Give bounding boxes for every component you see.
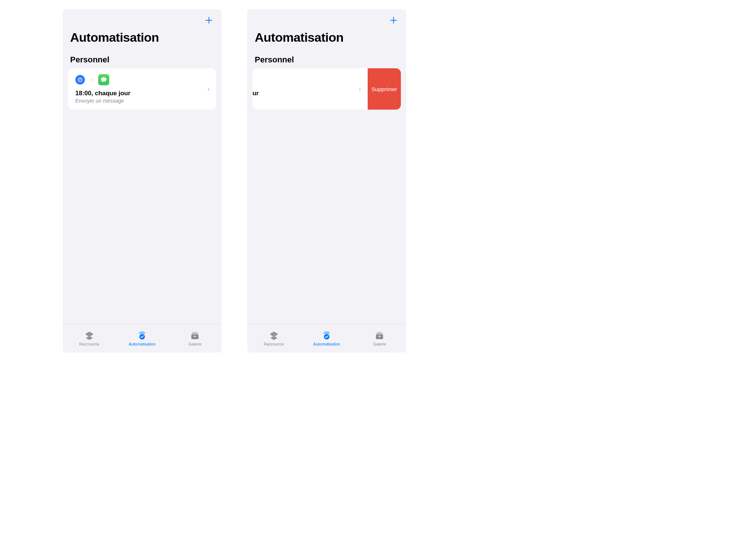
automation-icons: → — [75, 74, 204, 85]
section-header: Personnel — [247, 55, 406, 65]
tab-gallery[interactable]: Galerie — [353, 324, 406, 353]
clock-icon — [75, 75, 85, 85]
section-header: Personnel — [63, 55, 221, 65]
arrow-right-icon: → — [89, 76, 94, 83]
svg-rect-6 — [193, 332, 197, 333]
tab-shortcuts[interactable]: Raccourcis — [247, 324, 300, 353]
top-bar — [247, 9, 406, 27]
add-icon[interactable] — [389, 16, 398, 27]
automation-row[interactable]: → 18:00, chaque jour Envoyer un message … — [68, 68, 216, 110]
svg-rect-3 — [140, 331, 144, 332]
page-title: Automatisation — [70, 30, 214, 45]
tab-label: Galerie — [189, 342, 202, 346]
chevron-right-icon: › — [207, 85, 210, 93]
tab-automation[interactable]: Automatisation — [300, 324, 353, 353]
tab-label: Galerie — [373, 342, 386, 346]
delete-label: Supprimer — [371, 86, 397, 92]
page-title: Automatisation — [255, 30, 399, 45]
tab-bar: Raccourcis Automatisation Galerie — [247, 324, 406, 353]
tab-shortcuts[interactable]: Raccourcis — [63, 324, 116, 353]
automation-title: 18:00, chaque jour — [75, 90, 204, 97]
tab-label: Raccourcis — [79, 342, 99, 346]
automation-title: haque jour — [252, 90, 355, 97]
phone-screen-normal: Automatisation Personnel → 18:00, chaque… — [63, 9, 221, 353]
tab-label: Automatisation — [313, 342, 340, 346]
automation-row-swiped[interactable]: haque jour message › Supprimer — [252, 68, 401, 110]
add-icon[interactable] — [205, 16, 213, 27]
top-bar — [63, 9, 221, 27]
svg-rect-7 — [192, 333, 198, 334]
svg-rect-12 — [323, 333, 330, 333]
svg-rect-15 — [377, 333, 383, 334]
svg-rect-14 — [377, 332, 382, 333]
automation-subtitle: Envoyer un message — [75, 98, 204, 104]
tab-gallery[interactable]: Galerie — [169, 324, 221, 353]
svg-rect-4 — [139, 333, 145, 333]
tab-label: Raccourcis — [264, 342, 284, 346]
automation-subtitle: message — [252, 98, 355, 104]
svg-rect-11 — [324, 331, 329, 332]
chevron-right-icon: › — [359, 85, 361, 93]
phone-screen-swiped: Automatisation Personnel haque jour mess… — [247, 9, 406, 353]
delete-button[interactable]: Supprimer — [368, 68, 401, 110]
messages-icon — [98, 74, 109, 85]
tab-bar: Raccourcis Automatisation Galerie — [63, 324, 221, 353]
automation-icons — [252, 74, 355, 85]
tab-label: Automatisation — [129, 342, 156, 346]
tab-automation[interactable]: Automatisation — [116, 324, 168, 353]
